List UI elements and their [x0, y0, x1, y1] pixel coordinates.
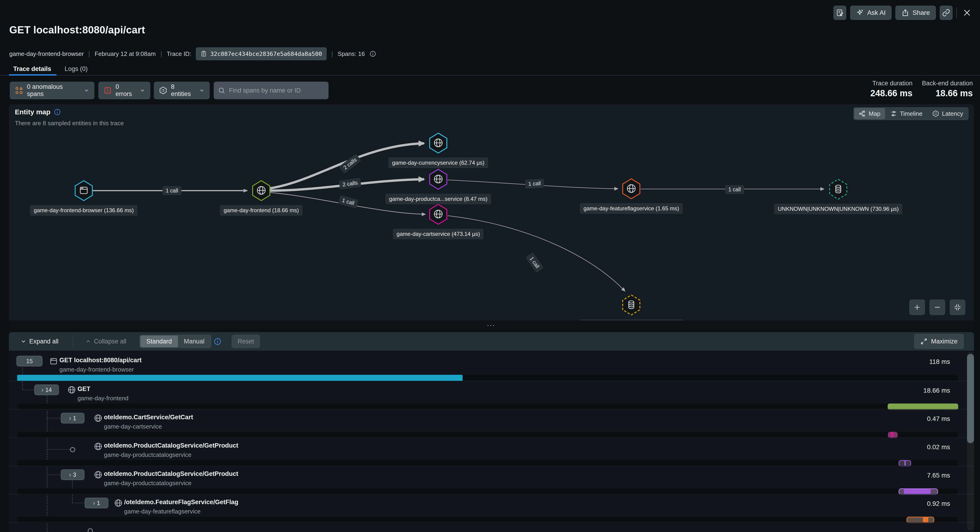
span-service: game-day-featureflagservice: [124, 508, 201, 515]
ask-ai-button[interactable]: Ask AI: [850, 6, 892, 20]
span-title: /oteldemo.FeatureFlagService/GetFlag: [124, 499, 238, 506]
clipboard-icon: [200, 51, 207, 57]
span-bar[interactable]: [888, 432, 898, 438]
span-title: GET localhost:8080/api/cart: [59, 357, 142, 364]
panel-resize-handle[interactable]: ...: [9, 321, 974, 329]
map-node-featureflagservice[interactable]: [622, 178, 641, 199]
link-icon: [942, 9, 950, 17]
span-row[interactable]: 15 GET localhost:8080/api/cart game-day-…: [9, 353, 974, 381]
tab-trace-details[interactable]: Trace details: [13, 65, 51, 73]
span-toggle-badge[interactable]: ›14: [34, 384, 59, 395]
span-toggle-badge[interactable]: ›3: [61, 469, 84, 480]
map-node-frontend-browser[interactable]: [75, 180, 93, 201]
entities-filter[interactable]: 8 entities: [154, 82, 210, 99]
map-node-unknown[interactable]: [829, 179, 848, 200]
scrollbar-track[interactable]: [967, 352, 974, 530]
mode-standard-button[interactable]: Standard: [140, 335, 178, 347]
span-toggle-badge[interactable]: ›1: [61, 413, 84, 424]
anomalous-spans-label: 0 anomalous spans: [27, 83, 80, 98]
span-service: game-day-frontend-browser: [59, 366, 134, 373]
edge-label: 1 call: [725, 185, 744, 194]
expand-all-button[interactable]: Expand all: [21, 338, 59, 345]
close-button[interactable]: [961, 6, 974, 20]
search-input[interactable]: [229, 87, 325, 94]
share-button[interactable]: Share: [895, 6, 936, 20]
anomalous-spans-filter[interactable]: 0 anomalous spans: [10, 82, 94, 99]
span-row-partial[interactable]: [9, 522, 974, 532]
plus-icon: [913, 303, 921, 311]
span-row[interactable]: ›3 oteldemo.ProductCatalogService/GetPro…: [9, 466, 974, 494]
edge-label: 1 call: [162, 186, 181, 195]
span-duration: 18.66 ms: [923, 387, 950, 394]
maximize-button[interactable]: Maximize: [914, 334, 964, 349]
trace-duration-block: Trace duration 248.66 ms: [870, 80, 913, 98]
copy-link-button[interactable]: [940, 6, 953, 20]
map-node-frontend[interactable]: [252, 180, 270, 201]
map-node-cartservice[interactable]: [429, 203, 447, 225]
reset-button[interactable]: Reset: [232, 335, 260, 348]
sparkle-icon: [856, 9, 864, 17]
tab-bar: Trace details Logs (0): [13, 65, 88, 73]
node-label: game-day-currencyservice (62.74 µs): [388, 157, 488, 168]
collapse-all-button[interactable]: Collapse all: [85, 338, 126, 345]
span-track: [17, 488, 958, 495]
span-row[interactable]: ›1 /oteldemo.FeatureFlagService/GetFlag …: [9, 494, 974, 523]
trace-id-pill[interactable]: 32c087ec434bce28367e5a684da8a500: [196, 47, 327, 60]
trace-id-label: Trace ID:: [167, 50, 191, 57]
edge-label: 1 call: [525, 179, 544, 189]
chevron-down-icon: [140, 88, 145, 93]
span-row[interactable]: ›14 GET game-day-frontend 18.66 ms: [9, 381, 974, 410]
map-node-currencyservice[interactable]: [429, 132, 447, 154]
span-bar[interactable]: [899, 488, 938, 495]
span-service: game-day-frontend: [78, 395, 129, 402]
waterfall-body: 15 GET localhost:8080/api/cart game-day-…: [9, 351, 974, 532]
tab-logs[interactable]: Logs (0): [65, 65, 88, 73]
globe-icon: [67, 386, 76, 394]
trace-duration-value: 248.66 ms: [870, 88, 913, 98]
node-label: game-day-frontend (18.66 ms): [220, 205, 302, 216]
span-bar[interactable]: [17, 375, 463, 381]
leaf-span-marker: [70, 447, 75, 452]
span-bar[interactable]: [888, 403, 958, 410]
share-label: Share: [913, 9, 930, 16]
span-search[interactable]: [214, 82, 329, 99]
trace-meta: game-day-frontend-browser | February 12 …: [9, 47, 376, 60]
zoom-in-button[interactable]: [909, 299, 925, 315]
zoom-out-button[interactable]: [929, 299, 945, 315]
span-row[interactable]: oteldemo.ProductCatalogService/GetProduc…: [9, 437, 974, 466]
minus-icon: [933, 303, 942, 311]
trace-duration-label: Trace duration: [870, 80, 913, 87]
errors-filter[interactable]: 0 errors: [99, 82, 150, 99]
info-icon[interactable]: [369, 50, 376, 57]
trace-timestamp: February 12 at 9:08am: [95, 50, 156, 57]
span-bar[interactable]: [907, 517, 934, 523]
span-count-badge[interactable]: 15: [16, 356, 43, 367]
mode-manual-button[interactable]: Manual: [178, 335, 211, 347]
tabs-divider: [0, 75, 980, 76]
scrollbar-thumb[interactable]: [967, 354, 974, 443]
span-duration: 7.65 ms: [927, 472, 950, 479]
divider: [956, 8, 957, 18]
map-node-redis[interactable]: [622, 294, 641, 316]
document-edit-icon: [836, 9, 844, 17]
top-action-bar: Ask AI Share: [834, 6, 974, 20]
page-title: GET localhost:8080/api/cart: [9, 24, 145, 36]
anomalous-shapes-icon: [15, 86, 23, 95]
feedback-button[interactable]: [834, 6, 846, 20]
map-node-productcatalogservice[interactable]: [429, 168, 447, 190]
info-icon[interactable]: [213, 337, 221, 346]
span-bar[interactable]: [899, 460, 911, 466]
backend-duration-block: Back-end duration 18.66 ms: [922, 80, 973, 98]
span-row[interactable]: ›1 oteldemo.CartService/GetCart game-day…: [9, 409, 974, 438]
errors-label: 0 errors: [116, 83, 136, 98]
backend-duration-value: 18.66 ms: [922, 88, 973, 98]
corners-in-icon: [953, 303, 962, 311]
separator: |: [88, 50, 90, 57]
divider: [73, 335, 73, 347]
span-toggle-badge[interactable]: ›1: [85, 498, 108, 508]
waterfall-toolbar: Expand all Collapse all Standard Manual …: [9, 332, 974, 351]
zoom-fit-button[interactable]: [950, 299, 966, 315]
node-label: game-day-productca...service (8.47 ms): [385, 194, 491, 204]
span-title: GET: [78, 386, 91, 392]
span-track: [17, 517, 958, 523]
